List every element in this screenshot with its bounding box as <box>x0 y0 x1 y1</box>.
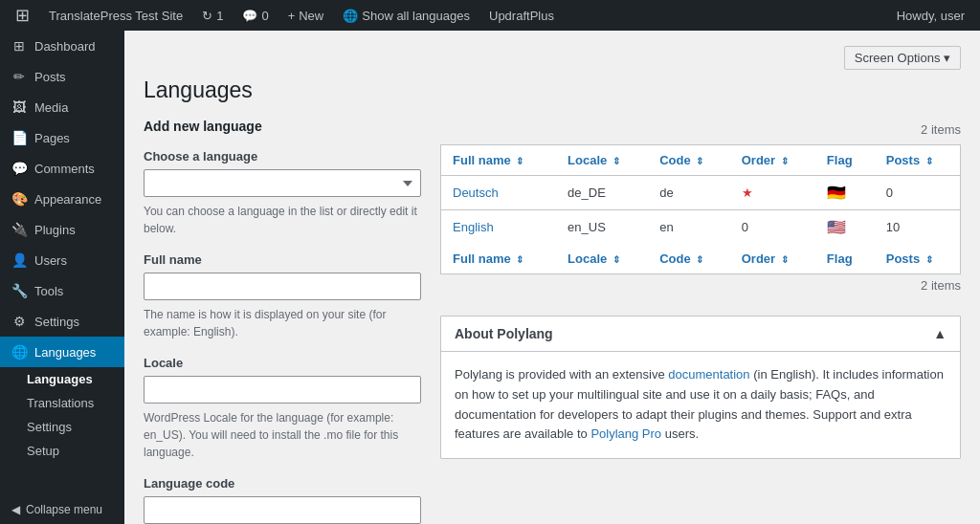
col-footer-label-code: Code <box>659 251 691 266</box>
cell-full-name: Deutsch <box>441 176 557 210</box>
site-name-item[interactable]: TranslatePress Test Site <box>41 0 190 31</box>
sidebar-item-media[interactable]: 🖼 Media <box>0 92 124 122</box>
flag-emoji: 🇩🇪 <box>827 185 846 201</box>
documentation-link[interactable]: documentation <box>668 367 749 382</box>
sidebar-item-label: Dashboard <box>34 39 96 54</box>
sidebar-item-languages-parent: 🌐 Languages Languages Translations Setti… <box>0 337 124 463</box>
col-header-full-name[interactable]: Full name ⇕ <box>441 145 557 176</box>
sidebar-item-pages[interactable]: 📄 Pages <box>0 122 124 153</box>
users-icon: 👤 <box>11 252 27 268</box>
language-code-label: Language code <box>144 476 421 491</box>
col-footer-order[interactable]: Order ⇕ <box>730 244 815 274</box>
collapse-menu-button[interactable]: ◀ Collapse menu <box>0 495 124 524</box>
choose-language-label: Choose a language <box>144 149 421 164</box>
languages-icon: 🌐 <box>11 344 27 360</box>
submenu-settings[interactable]: Settings <box>0 415 124 439</box>
sidebar-item-label: Appearance <box>34 192 101 207</box>
new-item[interactable]: + New <box>280 0 332 31</box>
sidebar-item-label: Settings <box>34 315 79 329</box>
table-row: Englishen_USen0🇺🇸10 <box>441 210 961 245</box>
col-footer-label-posts: Posts <box>886 251 920 266</box>
about-polylang-content: Polylang is provided with an extensive d… <box>441 352 960 458</box>
menu-bottom: ◀ Collapse menu <box>0 495 124 524</box>
col-footer-locale[interactable]: Locale ⇕ <box>556 244 648 274</box>
locale-input[interactable] <box>144 376 421 404</box>
sort-icon-footer-locale: ⇕ <box>612 254 620 265</box>
col-header-locale[interactable]: Locale ⇕ <box>556 145 648 176</box>
submenu-translations[interactable]: Translations <box>0 391 124 415</box>
comments-item[interactable]: 💬 0 <box>234 0 276 31</box>
sort-icon-posts: ⇕ <box>925 156 933 166</box>
submenu-languages[interactable]: Languages <box>0 367 124 391</box>
cell-locale: en_US <box>556 210 648 245</box>
collapse-icon: ◀ <box>11 503 20 516</box>
sidebar-item-label: Pages <box>34 131 70 145</box>
col-label-posts: Posts <box>886 153 920 167</box>
sort-icon-order: ⇕ <box>781 156 789 166</box>
fullname-description: The name is how it is displayed on your … <box>144 306 421 340</box>
sort-icon-footer-order: ⇕ <box>781 254 789 265</box>
media-icon: 🖼 <box>11 99 27 115</box>
fullname-input[interactable] <box>144 273 421 300</box>
form-section-title: Add new language <box>144 119 421 134</box>
wp-logo[interactable]: ⊞ <box>8 0 37 31</box>
col-footer-label-order: Order <box>742 251 775 266</box>
fullname-section: Full name The name is how it is displaye… <box>144 252 421 340</box>
pages-icon: 📄 <box>11 130 27 145</box>
plugins-icon: 🔌 <box>11 222 27 237</box>
collapse-label: Collapse menu <box>26 503 102 516</box>
comments-icon: 💬 <box>242 9 257 23</box>
language-code-input[interactable] <box>144 496 421 524</box>
about-text-end: users. <box>661 426 699 441</box>
language-code-section: Language code Language code - preferably… <box>144 476 421 524</box>
choose-language-select[interactable] <box>144 169 421 197</box>
polylang-pro-link[interactable]: Polylang Pro <box>590 426 661 441</box>
screen-options-button[interactable]: Screen Options ▾ <box>844 46 961 70</box>
col-header-posts[interactable]: Posts ⇕ <box>875 145 961 176</box>
col-header-code[interactable]: Code ⇕ <box>648 145 730 176</box>
tablenav-top: 2 items <box>440 119 961 144</box>
col-footer-full-name[interactable]: Full name ⇕ <box>441 244 557 274</box>
cell-flag: 🇩🇪 <box>815 176 875 210</box>
sidebar-item-posts[interactable]: ✏ Posts <box>0 61 124 92</box>
sidebar-item-appearance[interactable]: 🎨 Appearance <box>0 184 124 214</box>
admin-bar: ⊞ TranslatePress Test Site ↻ 1 💬 0 + New… <box>0 0 980 31</box>
default-star-icon: ★ <box>742 186 753 200</box>
table-footer-row: Full name ⇕ Locale ⇕ Code ⇕ <box>441 244 961 274</box>
about-polylang-text: Polylang is provided with an extensive d… <box>455 365 947 445</box>
sidebar-item-plugins[interactable]: 🔌 Plugins <box>0 214 124 245</box>
cell-flag: 🇺🇸 <box>815 210 875 245</box>
table-header-row: Full name ⇕ Locale ⇕ Code ⇕ <box>441 145 961 176</box>
sidebar-item-label: Plugins <box>34 223 76 237</box>
col-header-order[interactable]: Order ⇕ <box>730 145 815 176</box>
col-footer-posts[interactable]: Posts ⇕ <box>875 244 961 274</box>
sidebar-item-users[interactable]: 👤 Users <box>0 245 124 275</box>
language-name-link[interactable]: English <box>453 220 494 234</box>
cell-posts: 0 <box>875 176 961 210</box>
show-all-languages-label: Show all languages <box>362 9 470 23</box>
language-name-link[interactable]: Deutsch <box>453 186 499 200</box>
sidebar-item-comments[interactable]: 💬 Comments <box>0 153 124 184</box>
sidebar-item-settings[interactable]: ⚙ Settings <box>0 306 124 337</box>
updates-item[interactable]: ↻ 1 <box>194 0 231 31</box>
col-footer-code[interactable]: Code ⇕ <box>648 244 730 274</box>
wordpress-icon: ⊞ <box>15 5 30 26</box>
adminbar-right: Howdy, user <box>889 9 972 23</box>
posts-icon: ✏ <box>11 69 27 84</box>
cell-full-name: English <box>441 210 557 245</box>
sidebar-item-languages[interactable]: 🌐 Languages <box>0 337 124 367</box>
sort-icon-locale: ⇕ <box>612 156 620 166</box>
sidebar-item-label: Comments <box>34 162 95 176</box>
new-label: New <box>299 9 323 23</box>
updraftplus-item[interactable]: UpdraftPlus <box>481 0 562 31</box>
show-all-languages-item[interactable]: 🌐 Show all languages <box>335 0 478 31</box>
comments-count: 0 <box>261 9 268 23</box>
col-label-locale: Locale <box>568 153 607 167</box>
about-polylang-header[interactable]: About Polylang ▲ <box>441 317 960 352</box>
submenu-setup[interactable]: Setup <box>0 439 124 463</box>
sidebar-item-tools[interactable]: 🔧 Tools <box>0 275 124 306</box>
col-footer-label-full-name: Full name <box>453 251 511 266</box>
locale-section: Locale WordPress Locale for the language… <box>144 356 421 461</box>
sidebar-item-dashboard[interactable]: ⊞ Dashboard <box>0 31 124 61</box>
about-polylang-collapse-icon: ▲ <box>933 326 947 341</box>
